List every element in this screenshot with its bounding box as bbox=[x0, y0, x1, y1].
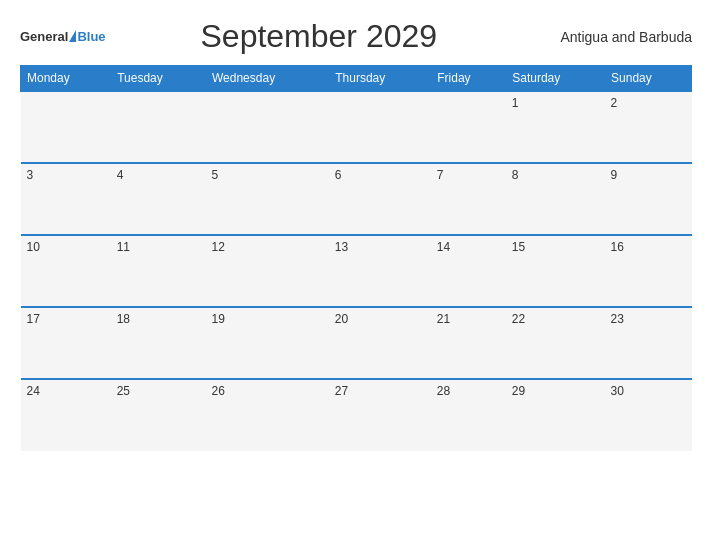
day-number: 13 bbox=[335, 240, 348, 254]
logo-blue-text: Blue bbox=[77, 30, 105, 43]
calendar-day-cell: 21 bbox=[431, 307, 506, 379]
day-number: 16 bbox=[611, 240, 624, 254]
calendar-day-cell: 25 bbox=[111, 379, 206, 451]
calendar-day-cell: 13 bbox=[329, 235, 431, 307]
calendar-day-cell: 23 bbox=[605, 307, 692, 379]
calendar-day-cell: 8 bbox=[506, 163, 605, 235]
calendar-week-row-5: 24252627282930 bbox=[21, 379, 692, 451]
calendar-week-row-1: 12 bbox=[21, 91, 692, 163]
col-saturday: Saturday bbox=[506, 66, 605, 92]
calendar-day-cell: 26 bbox=[205, 379, 328, 451]
calendar-day-cell: 4 bbox=[111, 163, 206, 235]
day-number: 20 bbox=[335, 312, 348, 326]
calendar-day-cell: 22 bbox=[506, 307, 605, 379]
calendar-day-cell: 16 bbox=[605, 235, 692, 307]
col-wednesday: Wednesday bbox=[205, 66, 328, 92]
calendar-day-cell: 28 bbox=[431, 379, 506, 451]
logo-triangle-icon bbox=[69, 30, 76, 42]
day-number: 11 bbox=[117, 240, 130, 254]
day-number: 10 bbox=[27, 240, 40, 254]
calendar-week-row-3: 10111213141516 bbox=[21, 235, 692, 307]
header: General Blue September 2029 Antigua and … bbox=[20, 18, 692, 55]
day-number: 28 bbox=[437, 384, 450, 398]
calendar-day-cell bbox=[205, 91, 328, 163]
day-number: 27 bbox=[335, 384, 348, 398]
day-number: 1 bbox=[512, 96, 519, 110]
day-number: 3 bbox=[27, 168, 34, 182]
calendar-page: General Blue September 2029 Antigua and … bbox=[0, 0, 712, 550]
day-number: 6 bbox=[335, 168, 342, 182]
day-number: 15 bbox=[512, 240, 525, 254]
calendar-day-cell: 18 bbox=[111, 307, 206, 379]
day-number: 17 bbox=[27, 312, 40, 326]
calendar-day-cell bbox=[329, 91, 431, 163]
col-tuesday: Tuesday bbox=[111, 66, 206, 92]
calendar-day-cell: 10 bbox=[21, 235, 111, 307]
calendar-day-cell: 14 bbox=[431, 235, 506, 307]
logo: General Blue bbox=[20, 30, 106, 43]
day-number: 23 bbox=[611, 312, 624, 326]
col-friday: Friday bbox=[431, 66, 506, 92]
day-number: 22 bbox=[512, 312, 525, 326]
day-number: 29 bbox=[512, 384, 525, 398]
calendar-day-cell bbox=[431, 91, 506, 163]
day-number: 14 bbox=[437, 240, 450, 254]
calendar-day-cell: 19 bbox=[205, 307, 328, 379]
day-number: 7 bbox=[437, 168, 444, 182]
calendar-day-cell: 20 bbox=[329, 307, 431, 379]
calendar-day-cell: 30 bbox=[605, 379, 692, 451]
logo-general-text: General bbox=[20, 30, 68, 43]
day-number: 25 bbox=[117, 384, 130, 398]
calendar-day-cell: 15 bbox=[506, 235, 605, 307]
calendar-day-cell: 24 bbox=[21, 379, 111, 451]
day-number: 26 bbox=[211, 384, 224, 398]
calendar-day-cell: 2 bbox=[605, 91, 692, 163]
calendar-day-cell: 11 bbox=[111, 235, 206, 307]
calendar-week-row-2: 3456789 bbox=[21, 163, 692, 235]
calendar-week-row-4: 17181920212223 bbox=[21, 307, 692, 379]
calendar-day-cell: 5 bbox=[205, 163, 328, 235]
country-name: Antigua and Barbuda bbox=[532, 29, 692, 45]
day-number: 21 bbox=[437, 312, 450, 326]
calendar-day-cell: 6 bbox=[329, 163, 431, 235]
calendar-title: September 2029 bbox=[106, 18, 532, 55]
col-monday: Monday bbox=[21, 66, 111, 92]
calendar-day-cell: 12 bbox=[205, 235, 328, 307]
calendar-day-cell: 17 bbox=[21, 307, 111, 379]
day-number: 24 bbox=[27, 384, 40, 398]
day-number: 2 bbox=[611, 96, 618, 110]
day-number: 12 bbox=[211, 240, 224, 254]
day-number: 18 bbox=[117, 312, 130, 326]
day-number: 30 bbox=[611, 384, 624, 398]
calendar-day-cell: 3 bbox=[21, 163, 111, 235]
day-number: 5 bbox=[211, 168, 218, 182]
col-thursday: Thursday bbox=[329, 66, 431, 92]
calendar-day-cell: 27 bbox=[329, 379, 431, 451]
calendar-day-cell: 1 bbox=[506, 91, 605, 163]
calendar-day-cell: 9 bbox=[605, 163, 692, 235]
calendar-header-row: Monday Tuesday Wednesday Thursday Friday… bbox=[21, 66, 692, 92]
calendar-day-cell bbox=[111, 91, 206, 163]
calendar-day-cell bbox=[21, 91, 111, 163]
col-sunday: Sunday bbox=[605, 66, 692, 92]
day-number: 8 bbox=[512, 168, 519, 182]
calendar-day-cell: 7 bbox=[431, 163, 506, 235]
day-number: 9 bbox=[611, 168, 618, 182]
day-number: 19 bbox=[211, 312, 224, 326]
calendar-day-cell: 29 bbox=[506, 379, 605, 451]
day-number: 4 bbox=[117, 168, 124, 182]
calendar-table: Monday Tuesday Wednesday Thursday Friday… bbox=[20, 65, 692, 451]
